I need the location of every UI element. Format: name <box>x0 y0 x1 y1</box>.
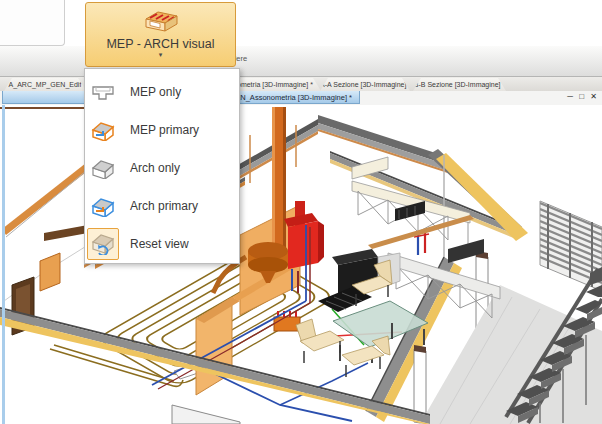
menu-item-arch-primary[interactable]: Arch primary <box>85 187 239 225</box>
minimize-button[interactable]: ─ <box>567 92 575 101</box>
menu-item-arch-only[interactable]: Arch only <box>85 149 239 187</box>
menu-item-mep-primary[interactable]: MEP primary <box>85 111 239 149</box>
toolbar-panel <box>0 0 65 46</box>
menu-item-reset-view[interactable]: Reset view <box>85 225 239 263</box>
mep-only-icon <box>90 81 116 103</box>
mep-arch-visual-button[interactable]: MEP - ARCH visual ▾ <box>85 2 236 67</box>
window-controls: ─ □ ✕ <box>567 92 599 101</box>
maximize-button[interactable]: □ <box>579 92 586 101</box>
arch-primary-icon <box>90 195 116 217</box>
reset-view-icon <box>90 233 116 255</box>
arch-only-icon <box>90 157 116 179</box>
dropdown-caret-icon: ▾ <box>86 51 235 59</box>
left-gable-wall <box>2 163 90 335</box>
tab-plan[interactable]: A_ARC_MP_GEN_Edif <box>4 78 86 91</box>
application-window: ▾ liere A_ARC_MP_GEN_Edif ometria [3D-Im… <box>0 0 602 424</box>
active-window-left-border <box>2 105 5 424</box>
close-button[interactable]: ✕ <box>590 92 599 101</box>
mep-duct-3d-icon <box>141 8 181 34</box>
tab-section-aa[interactable]: A-A Sezione [3D-Immagine] * <box>320 78 410 91</box>
tab-section-bb[interactable]: B-B Sezione [3D-Immagine] * <box>413 78 506 91</box>
mep-button-label: MEP - ARCH visual <box>86 37 235 51</box>
mep-visual-dropdown-menu: MEP only MEP primary Arch <box>84 68 240 264</box>
menu-item-mep-only[interactable]: MEP only <box>85 73 239 111</box>
tab-axonometry-partial[interactable]: ometria [3D-Immagine] * <box>233 78 321 91</box>
mep-primary-icon <box>90 119 116 141</box>
